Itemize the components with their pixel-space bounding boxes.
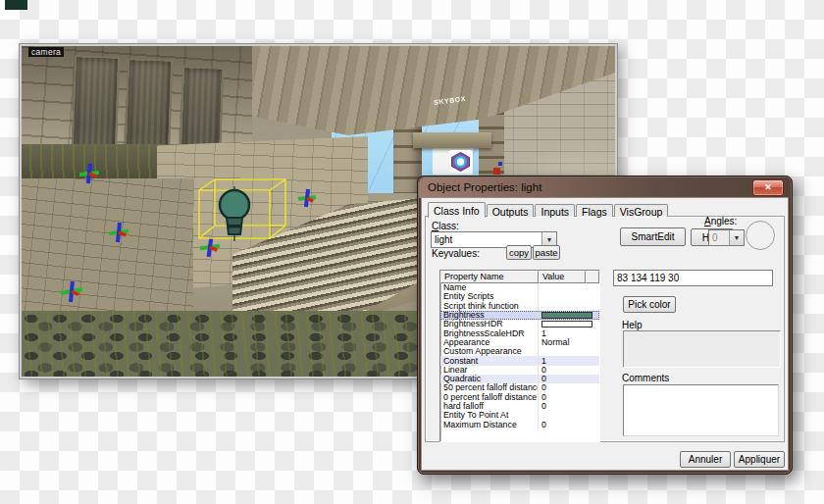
angles-value: 0: [712, 232, 718, 243]
tab-page-class-info: Class: light ▼ SmartEdit Help Angles: 0 …: [425, 216, 785, 442]
close-icon: ✕: [764, 182, 772, 192]
tab-visgroup[interactable]: VisGroup: [614, 204, 669, 217]
help-text-box: [623, 330, 781, 368]
tab-flags[interactable]: Flags: [576, 204, 613, 217]
dialog-title: Object Properties: light: [428, 181, 541, 193]
light-gizmo: [79, 164, 99, 183]
comments-label: Comments: [622, 373, 669, 383]
apply-button[interactable]: Appliquer: [734, 451, 785, 468]
light-gizmo: [61, 281, 82, 302]
angle-dial[interactable]: [746, 221, 775, 250]
class-value: light: [435, 234, 452, 245]
table-row[interactable]: 50 percent falloff distance0: [440, 383, 599, 392]
lightbulb-entity: [220, 186, 249, 241]
pick-color-button[interactable]: Pick color: [623, 296, 676, 313]
table-row[interactable]: 0 percent falloff distance0: [440, 393, 599, 402]
keyvalues-label: Keyvalues:: [432, 248, 480, 259]
table-row[interactable]: AppearanceNormal: [440, 338, 599, 347]
table-row[interactable]: Maximum Distance0: [440, 420, 599, 428]
cancel-button[interactable]: Annuler: [680, 451, 731, 468]
env-entity-icon: [449, 150, 472, 173]
close-button[interactable]: ✕: [752, 179, 784, 196]
keyvalues-table: Property Name Value Name Entity Scripts …: [439, 270, 600, 442]
table-row[interactable]: Constant1: [440, 356, 599, 365]
dialog-titlebar[interactable]: Object Properties: light ✕: [419, 177, 791, 198]
table-row[interactable]: BrightnessHDR: [440, 320, 599, 328]
table-header: Property Name Value: [440, 271, 599, 283]
cube-markers: [493, 162, 502, 175]
viewport-camera-label[interactable]: camera: [28, 47, 64, 57]
transparent-canvas: camera SKYBOX Object Properties: light ✕…: [0, 0, 824, 504]
tab-bar: Class Info Outputs Inputs Flags VisGroup: [428, 201, 669, 217]
tab-inputs[interactable]: Inputs: [535, 204, 575, 217]
light-gizmo: [298, 189, 316, 207]
class-label: Class:: [432, 221, 459, 231]
table-row[interactable]: Quadratic0: [440, 375, 599, 383]
angles-label: Angles:: [704, 216, 737, 227]
object-properties-dialog: Object Properties: light ✕ Class Info Ou…: [417, 176, 793, 475]
comments-textarea[interactable]: [623, 384, 779, 436]
brightness-color-swatch[interactable]: [541, 312, 592, 319]
table-row[interactable]: Custom Appearance: [440, 347, 599, 356]
header-value[interactable]: Value: [539, 271, 586, 283]
help-section-label: Help: [622, 320, 643, 330]
angles-combobox[interactable]: 0 ▼: [708, 229, 745, 246]
light-gizmo: [109, 223, 129, 242]
tab-outputs[interactable]: Outputs: [487, 204, 535, 217]
table-row[interactable]: Linear0: [440, 366, 599, 375]
header-filler: [586, 271, 599, 283]
table-row[interactable]: Name: [440, 283, 599, 292]
tab-class-info[interactable]: Class Info: [428, 202, 486, 218]
color-value-input[interactable]: [613, 270, 773, 286]
table-row[interactable]: Entity Scripts: [440, 292, 599, 301]
table-row[interactable]: Entity To Point At: [440, 411, 599, 420]
table-row[interactable]: hard falloff0: [440, 402, 599, 411]
table-row[interactable]: Script think function: [440, 302, 599, 311]
smartedit-button[interactable]: SmartEdit: [620, 227, 686, 246]
copy-button[interactable]: copy: [506, 245, 532, 260]
dialog-client-area: Class Info Outputs Inputs Flags VisGroup…: [422, 198, 788, 470]
brightness-hdr-color-swatch[interactable]: [541, 321, 592, 328]
corner-fragment: [5, 0, 27, 10]
light-gizmo: [200, 237, 220, 257]
table-row-brightness-selected[interactable]: Brightness: [440, 311, 599, 320]
header-property-name[interactable]: Property Name: [440, 271, 539, 283]
paste-button[interactable]: paste: [533, 245, 560, 260]
chevron-down-icon[interactable]: ▼: [729, 230, 744, 245]
table-row[interactable]: BrightnessScaleHDR1: [440, 328, 599, 337]
